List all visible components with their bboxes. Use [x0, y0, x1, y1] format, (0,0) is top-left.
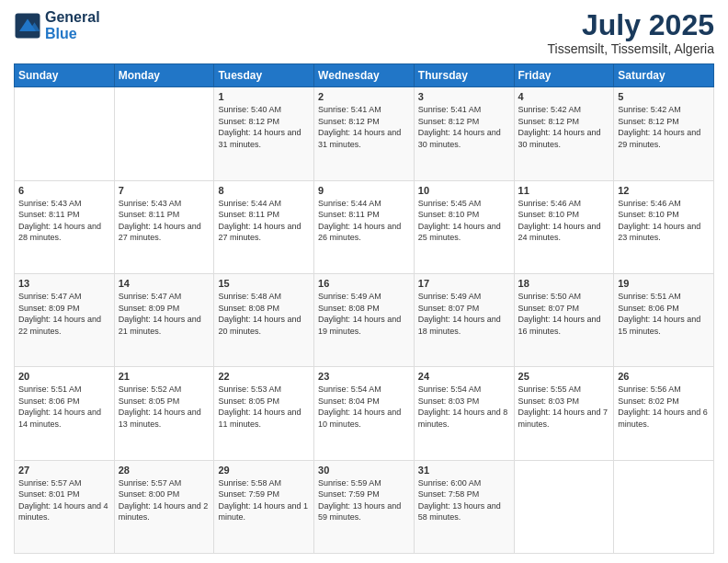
cell-info: Sunrise: 5:42 AM Sunset: 8:12 PM Dayligh… — [518, 104, 610, 150]
day-number: 28 — [119, 465, 210, 476]
calendar-cell: 25Sunrise: 5:55 AM Sunset: 8:03 PM Dayli… — [514, 367, 614, 460]
weekday-header: Thursday — [414, 64, 514, 87]
calendar-cell: 22Sunrise: 5:53 AM Sunset: 8:05 PM Dayli… — [214, 367, 314, 460]
day-number: 2 — [318, 91, 410, 102]
day-number: 17 — [418, 278, 510, 289]
logo-text: General Blue — [45, 9, 100, 42]
cell-info: Sunrise: 5:40 AM Sunset: 8:12 PM Dayligh… — [218, 104, 310, 150]
cell-info: Sunrise: 5:49 AM Sunset: 8:07 PM Dayligh… — [418, 291, 510, 337]
day-number: 3 — [418, 91, 510, 102]
cell-info: Sunrise: 5:46 AM Sunset: 8:10 PM Dayligh… — [618, 198, 710, 244]
day-number: 5 — [618, 91, 710, 102]
day-number: 13 — [18, 278, 110, 289]
calendar-cell: 2Sunrise: 5:41 AM Sunset: 8:12 PM Daylig… — [314, 87, 415, 180]
title-block: July 2025 Tissemsilt, Tissemsilt, Algeri… — [547, 9, 714, 56]
cell-info: Sunrise: 6:00 AM Sunset: 7:58 PM Dayligh… — [418, 477, 510, 523]
calendar-header-row: SundayMondayTuesdayWednesdayThursdayFrid… — [15, 64, 714, 87]
day-number: 15 — [218, 278, 310, 289]
weekday-header: Sunday — [15, 64, 115, 87]
calendar-cell: 27Sunrise: 5:57 AM Sunset: 8:01 PM Dayli… — [15, 460, 115, 553]
day-number: 29 — [218, 465, 310, 476]
cell-info: Sunrise: 5:54 AM Sunset: 8:04 PM Dayligh… — [318, 384, 410, 430]
month-title: July 2025 — [547, 9, 714, 41]
cell-info: Sunrise: 5:55 AM Sunset: 8:03 PM Dayligh… — [518, 384, 610, 430]
cell-info: Sunrise: 5:53 AM Sunset: 8:05 PM Dayligh… — [218, 384, 310, 430]
calendar-cell: 30Sunrise: 5:59 AM Sunset: 7:59 PM Dayli… — [314, 460, 415, 553]
calendar-cell: 17Sunrise: 5:49 AM Sunset: 8:07 PM Dayli… — [414, 273, 514, 366]
cell-info: Sunrise: 5:43 AM Sunset: 8:11 PM Dayligh… — [18, 198, 110, 244]
day-number: 14 — [119, 278, 210, 289]
calendar-cell: 20Sunrise: 5:51 AM Sunset: 8:06 PM Dayli… — [15, 367, 115, 460]
weekday-header: Wednesday — [314, 64, 415, 87]
cell-info: Sunrise: 5:58 AM Sunset: 7:59 PM Dayligh… — [218, 477, 310, 523]
day-number: 11 — [518, 185, 610, 196]
calendar-cell: 23Sunrise: 5:54 AM Sunset: 8:04 PM Dayli… — [314, 367, 415, 460]
day-number: 8 — [218, 185, 310, 196]
day-number: 20 — [18, 371, 110, 382]
calendar-cell: 21Sunrise: 5:52 AM Sunset: 8:05 PM Dayli… — [114, 367, 214, 460]
cell-info: Sunrise: 5:42 AM Sunset: 8:12 PM Dayligh… — [618, 104, 710, 150]
calendar-cell: 12Sunrise: 5:46 AM Sunset: 8:10 PM Dayli… — [614, 180, 714, 273]
day-number: 16 — [318, 278, 410, 289]
calendar-cell: 5Sunrise: 5:42 AM Sunset: 8:12 PM Daylig… — [614, 87, 714, 180]
calendar-cell — [514, 460, 614, 553]
day-number: 26 — [618, 371, 710, 382]
cell-info: Sunrise: 5:57 AM Sunset: 8:01 PM Dayligh… — [18, 477, 110, 523]
cell-info: Sunrise: 5:57 AM Sunset: 8:00 PM Dayligh… — [119, 477, 210, 523]
calendar-cell: 4Sunrise: 5:42 AM Sunset: 8:12 PM Daylig… — [514, 87, 614, 180]
calendar-cell: 18Sunrise: 5:50 AM Sunset: 8:07 PM Dayli… — [514, 273, 614, 366]
calendar-cell: 31Sunrise: 6:00 AM Sunset: 7:58 PM Dayli… — [414, 460, 514, 553]
day-number: 25 — [518, 371, 610, 382]
cell-info: Sunrise: 5:43 AM Sunset: 8:11 PM Dayligh… — [119, 198, 210, 244]
calendar-cell: 6Sunrise: 5:43 AM Sunset: 8:11 PM Daylig… — [15, 180, 115, 273]
day-number: 23 — [318, 371, 410, 382]
weekday-header: Monday — [114, 64, 214, 87]
day-number: 19 — [618, 278, 710, 289]
cell-info: Sunrise: 5:45 AM Sunset: 8:10 PM Dayligh… — [418, 198, 510, 244]
calendar-cell — [15, 87, 115, 180]
logo-icon — [14, 12, 41, 40]
calendar-week-row: 13Sunrise: 5:47 AM Sunset: 8:09 PM Dayli… — [15, 273, 714, 366]
calendar-cell — [614, 460, 714, 553]
calendar-cell — [114, 87, 214, 180]
calendar-cell: 15Sunrise: 5:48 AM Sunset: 8:08 PM Dayli… — [214, 273, 314, 366]
day-number: 10 — [418, 185, 510, 196]
cell-info: Sunrise: 5:52 AM Sunset: 8:05 PM Dayligh… — [119, 384, 210, 430]
cell-info: Sunrise: 5:49 AM Sunset: 8:08 PM Dayligh… — [318, 291, 410, 337]
day-number: 6 — [18, 185, 110, 196]
day-number: 22 — [218, 371, 310, 382]
calendar-week-row: 6Sunrise: 5:43 AM Sunset: 8:11 PM Daylig… — [15, 180, 714, 273]
logo: General Blue — [14, 9, 100, 42]
calendar-week-row: 27Sunrise: 5:57 AM Sunset: 8:01 PM Dayli… — [15, 460, 714, 553]
calendar-cell: 14Sunrise: 5:47 AM Sunset: 8:09 PM Dayli… — [114, 273, 214, 366]
day-number: 1 — [218, 91, 310, 102]
calendar-cell: 1Sunrise: 5:40 AM Sunset: 8:12 PM Daylig… — [214, 87, 314, 180]
cell-info: Sunrise: 5:46 AM Sunset: 8:10 PM Dayligh… — [518, 198, 610, 244]
calendar-cell: 28Sunrise: 5:57 AM Sunset: 8:00 PM Dayli… — [114, 460, 214, 553]
calendar-cell: 11Sunrise: 5:46 AM Sunset: 8:10 PM Dayli… — [514, 180, 614, 273]
calendar-cell: 13Sunrise: 5:47 AM Sunset: 8:09 PM Dayli… — [15, 273, 115, 366]
cell-info: Sunrise: 5:47 AM Sunset: 8:09 PM Dayligh… — [119, 291, 210, 337]
cell-info: Sunrise: 5:59 AM Sunset: 7:59 PM Dayligh… — [318, 477, 410, 523]
calendar-cell: 9Sunrise: 5:44 AM Sunset: 8:11 PM Daylig… — [314, 180, 415, 273]
cell-info: Sunrise: 5:44 AM Sunset: 8:11 PM Dayligh… — [218, 198, 310, 244]
cell-info: Sunrise: 5:51 AM Sunset: 8:06 PM Dayligh… — [618, 291, 710, 337]
calendar-cell: 7Sunrise: 5:43 AM Sunset: 8:11 PM Daylig… — [114, 180, 214, 273]
calendar-cell: 19Sunrise: 5:51 AM Sunset: 8:06 PM Dayli… — [614, 273, 714, 366]
weekday-header: Tuesday — [214, 64, 314, 87]
cell-info: Sunrise: 5:41 AM Sunset: 8:12 PM Dayligh… — [318, 104, 410, 150]
day-number: 7 — [119, 185, 210, 196]
day-number: 21 — [119, 371, 210, 382]
location: Tissemsilt, Tissemsilt, Algeria — [547, 41, 714, 56]
day-number: 31 — [418, 465, 510, 476]
cell-info: Sunrise: 5:48 AM Sunset: 8:08 PM Dayligh… — [218, 291, 310, 337]
calendar-cell: 24Sunrise: 5:54 AM Sunset: 8:03 PM Dayli… — [414, 367, 514, 460]
calendar-cell: 3Sunrise: 5:41 AM Sunset: 8:12 PM Daylig… — [414, 87, 514, 180]
day-number: 30 — [318, 465, 410, 476]
weekday-header: Friday — [514, 64, 614, 87]
cell-info: Sunrise: 5:47 AM Sunset: 8:09 PM Dayligh… — [18, 291, 110, 337]
cell-info: Sunrise: 5:56 AM Sunset: 8:02 PM Dayligh… — [618, 384, 710, 430]
calendar-week-row: 20Sunrise: 5:51 AM Sunset: 8:06 PM Dayli… — [15, 367, 714, 460]
cell-info: Sunrise: 5:50 AM Sunset: 8:07 PM Dayligh… — [518, 291, 610, 337]
day-number: 9 — [318, 185, 410, 196]
